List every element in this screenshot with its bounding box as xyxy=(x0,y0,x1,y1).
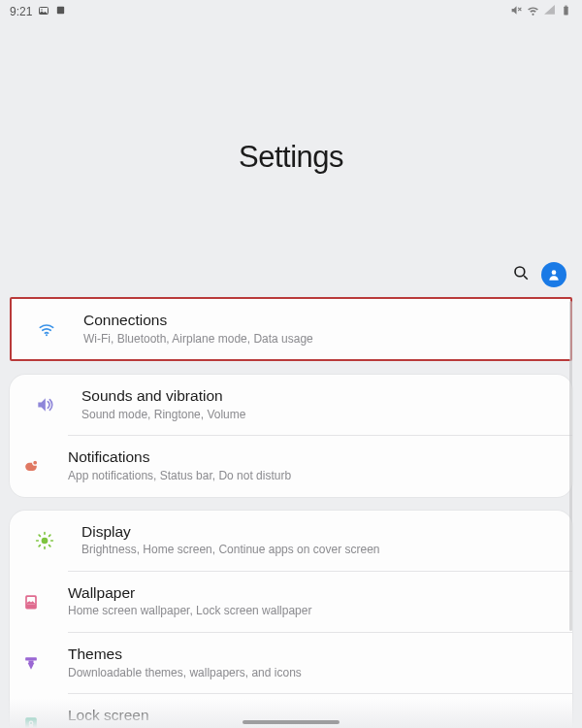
account-avatar[interactable] xyxy=(541,262,566,287)
row-title: Wallpaper xyxy=(68,584,559,603)
lock-icon xyxy=(10,714,52,728)
svg-point-9 xyxy=(552,270,557,275)
scrollbar[interactable] xyxy=(569,301,572,631)
row-title: Sounds and vibration xyxy=(81,387,559,406)
page-title: Settings xyxy=(0,140,582,175)
svg-line-20 xyxy=(39,545,40,546)
group-display: Display Brightness, Home screen, Continu… xyxy=(10,511,572,728)
row-subtitle: Home screen wallpaper, Lock screen wallp… xyxy=(68,604,559,619)
status-time: 9:21 xyxy=(10,5,32,18)
row-subtitle: Brightness, Home screen, Continue apps o… xyxy=(81,543,559,558)
row-subtitle: Downloadable themes, wallpapers, and ico… xyxy=(68,666,559,681)
sound-icon xyxy=(23,395,66,414)
wallpaper-icon xyxy=(10,592,52,612)
battery-icon xyxy=(560,4,572,19)
signal-icon xyxy=(543,4,556,19)
mute-icon xyxy=(510,4,523,19)
row-themes[interactable]: Themes Downloadable themes, wallpapers, … xyxy=(68,632,572,693)
row-connections[interactable]: Connections Wi-Fi, Bluetooth, Airplane m… xyxy=(12,299,570,359)
row-subtitle: Wi-Fi, Bluetooth, Airplane mode, Data us… xyxy=(83,332,557,347)
svg-point-7 xyxy=(515,267,525,277)
home-indicator[interactable] xyxy=(242,720,340,724)
svg-rect-5 xyxy=(564,7,567,16)
status-bar: 9:21 xyxy=(0,0,582,23)
group-sound-notifications: Sounds and vibration Sound mode, Rington… xyxy=(10,375,572,496)
row-title: Display xyxy=(81,523,559,542)
wifi-status-icon xyxy=(527,4,539,19)
row-sounds[interactable]: Sounds and vibration Sound mode, Rington… xyxy=(10,375,572,435)
row-notifications[interactable]: Notifications App notifications, Status … xyxy=(68,435,572,496)
svg-rect-27 xyxy=(29,724,33,727)
svg-point-10 xyxy=(46,334,48,336)
svg-point-13 xyxy=(42,537,48,544)
svg-rect-2 xyxy=(57,7,64,14)
svg-line-18 xyxy=(39,535,40,536)
svg-rect-24 xyxy=(25,657,37,660)
svg-line-19 xyxy=(49,545,50,546)
row-subtitle: App notifications, Status bar, Do not di… xyxy=(68,469,559,484)
row-title: Connections xyxy=(83,312,557,330)
row-title: Themes xyxy=(68,645,559,664)
settings-list: Connections Wi-Fi, Bluetooth, Airplane m… xyxy=(0,295,582,728)
row-title: Notifications xyxy=(68,448,559,467)
row-subtitle: Sound mode, Ringtone, Volume xyxy=(81,408,559,423)
svg-point-12 xyxy=(33,461,38,466)
wifi-icon xyxy=(25,319,68,339)
display-icon xyxy=(23,531,66,550)
svg-point-1 xyxy=(42,9,44,11)
search-icon[interactable] xyxy=(512,264,530,285)
svg-rect-6 xyxy=(565,6,566,7)
svg-line-21 xyxy=(49,535,50,536)
row-wallpaper[interactable]: Wallpaper Home screen wallpaper, Lock sc… xyxy=(68,571,572,632)
themes-icon xyxy=(10,653,52,673)
card-icon xyxy=(55,5,66,18)
toolbar xyxy=(0,262,582,295)
notifications-icon xyxy=(10,456,52,476)
row-display[interactable]: Display Brightness, Home screen, Continu… xyxy=(10,511,572,571)
svg-rect-25 xyxy=(29,661,34,664)
group-connections: Connections Wi-Fi, Bluetooth, Airplane m… xyxy=(10,297,572,361)
svg-line-8 xyxy=(524,276,528,280)
picture-icon xyxy=(38,5,49,19)
